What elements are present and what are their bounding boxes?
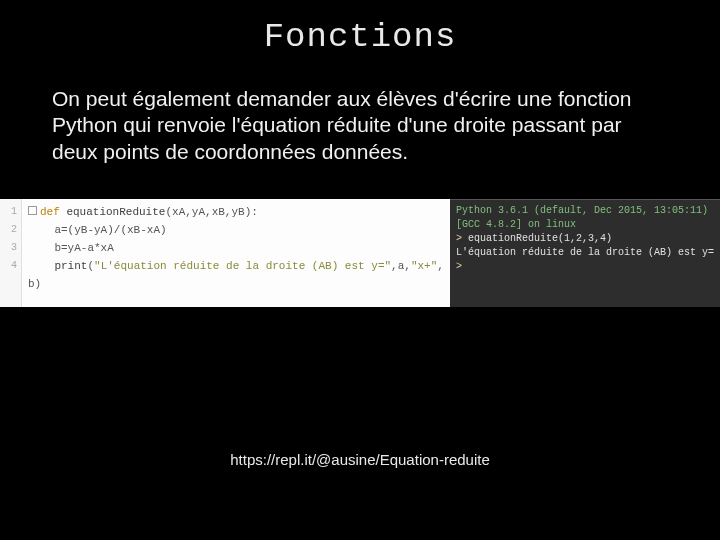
line-number-gutter: 1 2 3 4 (0, 199, 22, 307)
terminal-line: [GCC 4.8.2] on linux (456, 218, 720, 232)
code-screenshot-row: 1 2 3 4 def equationReduite(xA,yA,xB,yB)… (0, 199, 720, 307)
code-line: print("L'équation réduite de la droite (… (28, 257, 444, 275)
terminal-line: > equationReduite(1,2,3,4) (456, 232, 720, 246)
code-line: def equationReduite(xA,yA,xB,yB): (28, 203, 444, 221)
terminal-line: > (456, 260, 720, 274)
code-line: a=(yB-yA)/(xB-xA) (28, 221, 444, 239)
line-number: 2 (0, 221, 17, 239)
source-link: https://repl.it/@ausine/Equation-reduite (0, 451, 720, 468)
terminal-line: L'équation réduite de la droite (AB) est… (456, 246, 720, 260)
code-line: b) (28, 275, 444, 293)
body-paragraph: On peut également demander aux élèves d'… (0, 86, 720, 165)
code-line: b=yA-a*xA (28, 239, 444, 257)
terminal-line: Python 3.6.1 (default, Dec 2015, 13:05:1… (456, 204, 720, 218)
line-number: 3 (0, 239, 17, 257)
line-number: 1 (0, 203, 17, 221)
terminal-panel: Python 3.6.1 (default, Dec 2015, 13:05:1… (450, 199, 720, 307)
slide-title: Fonctions (0, 0, 720, 72)
code-editor-panel: 1 2 3 4 def equationReduite(xA,yA,xB,yB)… (0, 199, 450, 307)
fold-icon (28, 206, 37, 215)
editor-content: def equationReduite(xA,yA,xB,yB): a=(yB-… (22, 199, 450, 307)
line-number: 4 (0, 257, 17, 275)
